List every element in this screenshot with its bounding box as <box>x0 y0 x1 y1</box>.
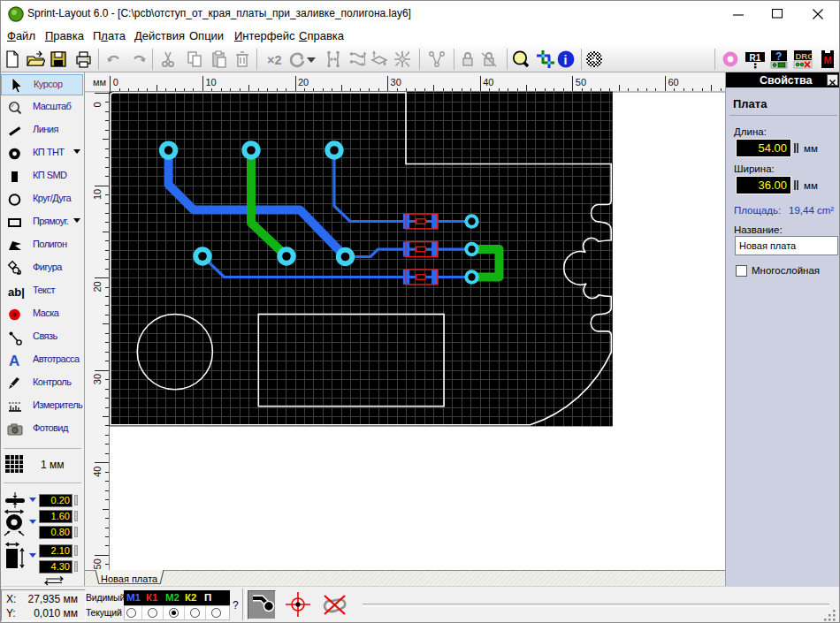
svg-text:30: 30 <box>92 374 103 384</box>
svg-text:0: 0 <box>113 77 118 87</box>
svg-text:M: M <box>824 55 832 65</box>
svg-text:0: 0 <box>92 102 103 107</box>
svg-text:×2: ×2 <box>267 53 282 67</box>
svg-text:мм: мм <box>93 77 106 87</box>
svg-text:A: A <box>9 353 19 369</box>
svg-text:10: 10 <box>205 77 216 87</box>
svg-text:50: 50 <box>92 558 103 569</box>
svg-text:30: 30 <box>391 77 401 87</box>
svg-text:60: 60 <box>668 77 678 87</box>
svg-text:40: 40 <box>92 467 103 477</box>
svg-text:?: ? <box>775 50 782 63</box>
svg-text:R1: R1 <box>750 53 761 63</box>
svg-text:50: 50 <box>576 77 586 87</box>
svg-text:20: 20 <box>298 77 309 87</box>
svg-text:10: 10 <box>92 189 103 200</box>
svg-text:20: 20 <box>92 281 103 292</box>
svg-text:40: 40 <box>483 77 493 87</box>
svg-text:i: i <box>564 53 568 67</box>
svg-text:ab|: ab| <box>8 285 25 299</box>
svg-text:DRC: DRC <box>796 51 813 61</box>
